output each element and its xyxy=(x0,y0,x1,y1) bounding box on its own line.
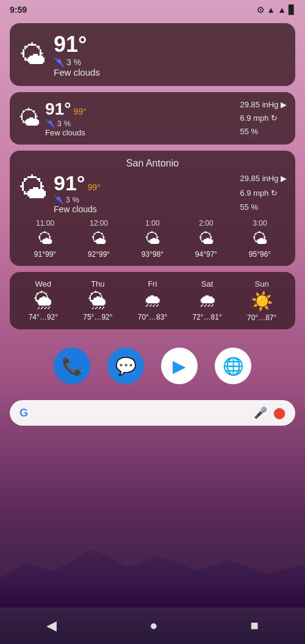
weekly-row: Wed 🌦 74°…92° Thu 🌦 75°…92° Fri 🌧 70°…83… xyxy=(16,279,289,322)
day-item: Sun ☀️ 70°…87° xyxy=(247,279,276,322)
pressure-medium: 29.85 inHg ▶ xyxy=(240,98,287,112)
status-bar: 9:59 ⊙ ▲ ▲ ▊ xyxy=(0,0,305,17)
day-item: Fri 🌧 70°…83° xyxy=(138,279,167,322)
details-medium: 29.85 inHg ▶ 6.9 mph ↻ 55 % xyxy=(240,98,287,138)
day-label: Thu xyxy=(91,279,104,288)
weather-widget-medium[interactable]: 🌤 91° 99° 🌂 3 % Few clouds 29.85 inHg ▶ … xyxy=(10,92,295,145)
hourly-row: 11:00 🌤 91°99° 12:00 🌤 92°99° 1:00 🌤 93°… xyxy=(18,219,287,259)
battery-icon: ▊ xyxy=(289,5,295,15)
weather-widget-large[interactable]: San Antonio 🌤 91° 99° 🌂 3 % Few clouds 2… xyxy=(10,151,295,266)
pressure-large: 29.85 inHg ▶ xyxy=(240,171,287,185)
details-large: 29.85 inHg ▶ 6.9 mph ↻ 55 % xyxy=(240,171,287,214)
humidity-large: 55 % xyxy=(240,200,287,214)
hour-temp: 93°98° xyxy=(142,250,163,259)
rain-small: 🌂 3 % xyxy=(54,57,100,67)
day-label: Fri xyxy=(148,279,157,288)
rain-large: 🌂 3 % xyxy=(54,195,101,204)
hour-temp: 91°99° xyxy=(34,250,56,259)
hour-temp: 94°97° xyxy=(195,250,217,259)
day-temp: 70°…87° xyxy=(247,313,276,322)
weather-icon-small: 🌤 xyxy=(20,40,46,70)
day-label: Wed xyxy=(35,279,52,288)
circle-icon: ⊙ xyxy=(257,5,264,15)
hour-icon: 🌤 xyxy=(198,229,214,248)
rain-medium: 🌂 3 % xyxy=(45,119,87,128)
app-row: 📞 💬 ▶ 🌐 xyxy=(0,342,305,390)
wind-medium: 6.9 mph ↻ xyxy=(240,112,287,125)
weather-widget-small[interactable]: 🌤 91° 🌂 3 % Few clouds xyxy=(10,23,295,86)
app-icon-play[interactable]: ▶ xyxy=(161,348,198,384)
hour-icon: 🌤 xyxy=(145,229,160,248)
hourly-item: 11:00 🌤 91°99° xyxy=(34,219,56,259)
recent-button[interactable]: ■ xyxy=(251,618,259,634)
mic-icon[interactable]: 🎤 xyxy=(254,406,267,420)
status-icons: ⊙ ▲ ▲ ▊ xyxy=(257,5,295,15)
hourly-item: 1:00 🌤 93°98° xyxy=(142,219,163,259)
nav-bar: ◀ ● ■ xyxy=(0,607,305,644)
day-icon: 🌦 xyxy=(34,290,52,311)
lens-icon[interactable]: ⬤ xyxy=(273,406,285,420)
status-time: 9:59 xyxy=(10,5,27,15)
back-button[interactable]: ◀ xyxy=(46,618,57,634)
messages-icon[interactable]: 💬 xyxy=(107,348,144,384)
wifi-icon: ▲ xyxy=(267,5,275,15)
desc-small: Few clouds xyxy=(54,67,100,77)
home-button[interactable]: ● xyxy=(149,618,157,634)
day-item: Sat 🌧 72°…81° xyxy=(192,279,221,322)
hour-icon: 🌤 xyxy=(252,229,268,248)
humidity-medium: 55 % xyxy=(240,125,287,138)
weather-widget-weekly[interactable]: Wed 🌦 74°…92° Thu 🌦 75°…92° Fri 🌧 70°…83… xyxy=(10,272,295,329)
hi-temp-large: 99° xyxy=(87,182,100,192)
day-temp: 75°…92° xyxy=(83,313,112,321)
weather-icon-large: 🌤 xyxy=(18,171,48,205)
mountain-silhouette xyxy=(0,534,305,607)
day-icon: 🌦 xyxy=(88,290,107,311)
desc-large: Few clouds xyxy=(54,204,101,214)
search-bar[interactable]: G 🎤 ⬤ xyxy=(10,400,295,426)
hour-label: 1:00 xyxy=(145,219,159,227)
app-icon-phone[interactable]: 📞 xyxy=(54,348,90,384)
google-logo-icon: G xyxy=(20,407,28,420)
day-icon: 🌧 xyxy=(198,290,217,311)
main-temp-large: 91° xyxy=(54,171,85,195)
main-temp-medium: 91° xyxy=(45,99,71,119)
day-label: Sat xyxy=(201,279,214,288)
day-item: Wed 🌦 74°…92° xyxy=(29,279,58,322)
hour-temp: 92°99° xyxy=(88,250,110,259)
phone-icon[interactable]: 📞 xyxy=(54,348,90,384)
day-item: Thu 🌦 75°…92° xyxy=(83,279,112,322)
hour-label: 12:00 xyxy=(90,219,108,227)
hour-icon: 🌤 xyxy=(91,229,107,248)
hourly-item: 3:00 🌤 95°96° xyxy=(249,219,271,259)
weather-icon-medium: 🌤 xyxy=(18,106,40,131)
wind-large: 6.9 mph ↻ xyxy=(240,186,287,200)
hourly-item: 2:00 🌤 94°97° xyxy=(195,219,217,259)
temp-small: 91° xyxy=(54,32,100,57)
hi-temp-medium: 99° xyxy=(73,107,86,116)
day-icon: 🌧 xyxy=(143,290,162,311)
city-label: San Antonio xyxy=(18,158,287,169)
play-icon[interactable]: ▶ xyxy=(161,348,198,384)
hour-label: 11:00 xyxy=(36,219,54,227)
signal-icon: ▲ xyxy=(278,5,286,15)
day-temp: 74°…92° xyxy=(29,313,58,321)
chrome-icon[interactable]: 🌐 xyxy=(215,348,251,384)
desc-medium: Few clouds xyxy=(45,128,87,137)
hour-label: 3:00 xyxy=(253,219,267,227)
hour-icon: 🌤 xyxy=(37,229,53,248)
day-icon: ☀️ xyxy=(251,290,273,312)
day-temp: 70°…83° xyxy=(138,313,167,321)
hour-temp: 95°96° xyxy=(249,250,271,259)
hour-label: 2:00 xyxy=(199,219,213,227)
app-icon-chrome[interactable]: 🌐 xyxy=(215,348,251,384)
hourly-item: 12:00 🌤 92°99° xyxy=(88,219,110,259)
app-icon-messages[interactable]: 💬 xyxy=(107,348,144,384)
day-label: Sun xyxy=(255,279,269,288)
day-temp: 72°…81° xyxy=(192,313,221,321)
